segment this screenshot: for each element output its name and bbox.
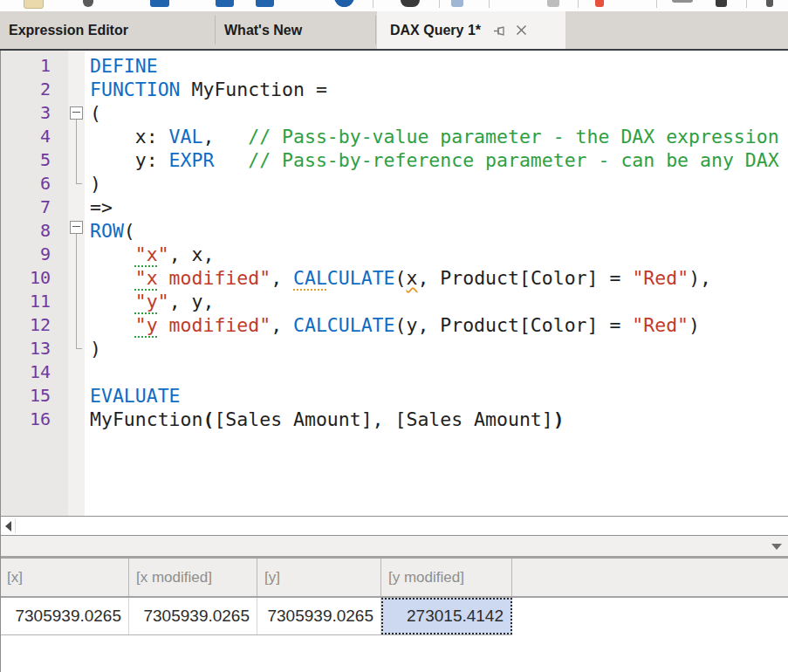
code-token: "x: [135, 243, 158, 265]
result-cell[interactable]: 7305939.0265: [257, 598, 381, 634]
toolbar-separator: [746, 0, 747, 8]
code-line[interactable]: 12 "y modified", CALCULATE(y, Product[Co…: [0, 313, 788, 337]
code-token: , x,: [169, 243, 215, 265]
horizontal-scrollbar[interactable]: [0, 516, 788, 536]
document-tab-bar: Expression Editor What's New DAX Query 1…: [0, 11, 788, 51]
code-token: "x: [135, 267, 158, 289]
result-cell-selected[interactable]: 273015.4142: [381, 598, 512, 634]
code-token: "Red": [632, 267, 689, 289]
code-text: EVALUATE: [90, 385, 181, 407]
code-line[interactable]: 1DEFINE: [0, 54, 788, 78]
row-bottom-border: [0, 634, 512, 635]
code-token: y:: [90, 149, 169, 171]
code-token: , y,: [169, 291, 215, 312]
code-text: ROW(: [90, 220, 135, 242]
tab-whats-new[interactable]: What's New: [216, 11, 375, 49]
code-token: "y: [135, 314, 158, 336]
fold-guide-end: [76, 183, 82, 184]
collapse-down-icon[interactable]: [771, 544, 782, 550]
column-header[interactable]: [y]: [257, 559, 381, 596]
toolbar-button[interactable]: [401, 0, 420, 7]
line-number: 10: [0, 266, 51, 290]
toolbar-button[interactable]: [716, 0, 727, 7]
code-token: (: [395, 267, 407, 289]
toolbar-button[interactable]: [547, 0, 559, 7]
line-number: 2: [0, 78, 51, 101]
code-text: =>: [90, 196, 113, 218]
code-text: ): [90, 338, 101, 360]
code-line[interactable]: 13): [0, 337, 788, 360]
dax-code-editor[interactable]: 1DEFINE2FUNCTION MyFunction =3(4 x: VAL,…: [0, 51, 788, 516]
code-line[interactable]: 6): [0, 172, 788, 195]
fold-collapse-icon[interactable]: [70, 106, 83, 120]
result-cell[interactable]: 7305939.0265: [129, 598, 257, 634]
fold-collapse-icon[interactable]: [70, 221, 83, 234]
toolbar-button[interactable]: [256, 0, 274, 7]
code-token: EVALUATE: [90, 385, 181, 407]
code-line[interactable]: 10 "x modified", CALCULATE(x, Product[Co…: [0, 266, 788, 290]
column-header[interactable]: [x]: [0, 559, 129, 596]
code-line[interactable]: 16MyFunction([Sales Amount], [Sales Amou…: [0, 408, 788, 431]
scroll-left-arrow-icon: [5, 521, 11, 531]
line-number: 9: [0, 243, 51, 266]
results-splitter[interactable]: [0, 536, 788, 556]
code-token: [90, 314, 135, 336]
results-data-row: 7305939.02657305939.02657305939.02652730…: [0, 598, 788, 634]
toolbar-button[interactable]: [451, 0, 463, 7]
code-line[interactable]: 3(: [0, 101, 788, 125]
pin-icon[interactable]: [493, 24, 508, 38]
close-icon[interactable]: [515, 24, 528, 37]
tab-label: What's New: [224, 23, 302, 38]
code-token: DEFINE: [90, 55, 158, 77]
results-header-row: [x][x modified][y][y modified]: [0, 556, 788, 598]
results-grid: [x][x modified][y][y modified] 7305939.0…: [0, 556, 788, 672]
line-number: 11: [0, 290, 51, 313]
toolbar-button[interactable]: [766, 0, 773, 7]
code-line[interactable]: 2FUNCTION MyFunction =: [0, 78, 788, 101]
code-token: ,: [271, 267, 293, 289]
toolbar-separator: [656, 0, 657, 8]
code-text: MyFunction([Sales Amount], [Sales Amount…: [90, 408, 565, 430]
code-line[interactable]: 4 x: VAL, // Pass-by-value parameter - t…: [0, 125, 788, 148]
code-token: [90, 267, 135, 289]
toolbar-button[interactable]: [150, 0, 169, 7]
code-token: ,: [202, 126, 248, 147]
code-token: [Sales Amount], [Sales Amount]: [214, 408, 552, 430]
line-number: 16: [0, 408, 51, 431]
code-token: ": [158, 291, 169, 312]
code-line[interactable]: 8ROW(: [0, 219, 788, 243]
code-token: MyFunction: [90, 408, 202, 430]
code-token: "Red": [632, 314, 689, 336]
tab-dax-query-1[interactable]: DAX Query 1*: [377, 11, 565, 49]
code-line[interactable]: 14: [0, 360, 788, 384]
toolbar-separator: [489, 0, 490, 8]
toolbar-button[interactable]: [24, 0, 44, 9]
code-token: ),: [689, 267, 711, 289]
tab-expression-editor[interactable]: Expression Editor: [0, 11, 215, 49]
toolbar-separator: [373, 0, 373, 8]
code-text: (: [90, 102, 101, 124]
code-token: [90, 291, 135, 312]
code-line[interactable]: 15EVALUATE: [0, 384, 788, 408]
line-number: 4: [0, 125, 51, 148]
code-line[interactable]: 7=>: [0, 195, 788, 219]
code-token: (: [90, 102, 101, 124]
column-header[interactable]: [y modified]: [381, 559, 512, 596]
toolbar-button[interactable]: [672, 0, 693, 3]
result-cell[interactable]: 7305939.0265: [0, 598, 129, 634]
code-line[interactable]: 11 "y", y,: [0, 290, 788, 313]
toolbar-button[interactable]: [334, 0, 354, 7]
code-line[interactable]: 9 "x", x,: [0, 243, 788, 266]
toolbar-button[interactable]: [216, 0, 234, 7]
code-token: ): [689, 314, 700, 336]
line-number: 12: [0, 313, 51, 337]
fold-guide-line: [76, 234, 77, 349]
code-token: ): [90, 338, 101, 360]
column-header[interactable]: [x modified]: [129, 559, 257, 596]
code-line[interactable]: 5 y: EXPR // Pass-by-reference parameter…: [0, 148, 788, 172]
code-text: y: EXPR // Pass-by-reference parameter -…: [90, 149, 779, 171]
toolbar-button[interactable]: [83, 0, 93, 7]
code-token: "y: [135, 291, 158, 312]
scroll-left-button[interactable]: [1, 518, 16, 533]
toolbar-button[interactable]: [595, 0, 604, 7]
